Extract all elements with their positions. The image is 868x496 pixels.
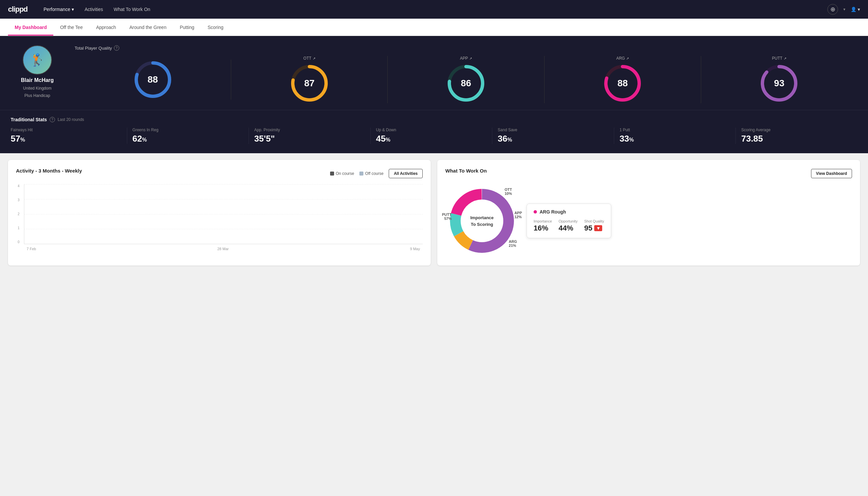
nav-performance[interactable]: Performance ▾ <box>44 7 74 12</box>
legend-off-course: Off course <box>359 171 383 176</box>
stat-1-putt: 1 Putt 33% <box>614 128 736 144</box>
quality-ott-circle: 87 <box>289 63 329 103</box>
stat-scoring-average: Scoring Average 73.85 <box>736 128 857 144</box>
activity-card: Activity - 3 Months - Weekly On course O… <box>8 160 431 265</box>
player-name: Blair McHarg <box>21 77 54 83</box>
activity-title: Activity - 3 Months - Weekly <box>16 168 82 173</box>
tab-navigation: My Dashboard Off the Tee Approach Around… <box>0 19 868 36</box>
x-label-mar: 28 Mar <box>217 247 228 251</box>
stats-header: Traditional Stats ? Last 20 rounds <box>11 117 857 122</box>
stat-up-down: Up & Down 45% <box>371 128 493 144</box>
info-card-metrics: Importance 16% Opportunity 44% Shot Qual… <box>534 219 604 233</box>
x-label-feb: 7 Feb <box>27 247 36 251</box>
down-badge: ▼ <box>594 225 602 231</box>
info-card-title: ARG Rough <box>534 209 604 215</box>
hero-section: 🏌️ Blair McHarg United Kingdom Plus Hand… <box>0 36 868 110</box>
quality-app-value: 86 <box>461 78 471 89</box>
what-to-work-card: What To Work On View Dashboard Importanc… <box>437 160 860 265</box>
activity-card-header: Activity - 3 Months - Weekly On course O… <box>16 168 423 179</box>
info-card-dot <box>534 210 537 214</box>
y-label-3: 3 <box>18 198 20 202</box>
add-button[interactable]: ⊕ <box>827 4 838 15</box>
user-icon: 👤 <box>851 7 856 12</box>
quality-main-value: 88 <box>147 74 158 85</box>
player-handicap: Plus Handicap <box>24 93 50 98</box>
bottom-section: Activity - 3 Months - Weekly On course O… <box>0 153 868 272</box>
quality-ott-value: 87 <box>304 78 314 89</box>
chart-legend: On course Off course <box>330 171 384 176</box>
bars-container <box>24 184 423 244</box>
nav-links: Performance ▾ Activities What To Work On <box>44 7 150 12</box>
tab-putting[interactable]: Putting <box>173 19 201 36</box>
tab-my-dashboard[interactable]: My Dashboard <box>8 19 53 36</box>
x-labels: 7 Feb 28 Mar 9 May <box>24 246 423 251</box>
quality-app: APP ↗ 86 <box>388 56 544 103</box>
tab-off-the-tee[interactable]: Off the Tee <box>53 19 89 36</box>
tab-around-the-green[interactable]: Around the Green <box>123 19 173 36</box>
tab-scoring[interactable]: Scoring <box>201 19 230 36</box>
quality-putt-value: 93 <box>774 78 784 89</box>
y-label-1: 1 <box>18 226 20 230</box>
metric-shot-quality: Shot Quality 95 ▼ <box>584 219 604 233</box>
stats-help-icon[interactable]: ? <box>50 117 55 122</box>
help-icon[interactable]: ? <box>114 45 119 51</box>
stat-greens-in-reg: Greens In Reg 62% <box>127 128 249 144</box>
donut-label-app: APP 12% <box>514 211 522 219</box>
quality-title: Total Player Quality ? <box>75 45 857 51</box>
stats-grid: Fairways Hit 57% Greens In Reg 62% App. … <box>11 128 857 144</box>
donut-section: Importance To Scoring OTT 10% APP 12% AR… <box>445 184 852 258</box>
tab-approach[interactable]: Approach <box>89 19 123 36</box>
user-menu[interactable]: 👤 ▾ <box>851 7 860 12</box>
legend-on-course: On course <box>330 171 354 176</box>
stat-fairways-hit: Fairways Hit 57% <box>11 128 127 144</box>
quality-app-circle: 86 <box>446 63 486 103</box>
metric-opportunity: Opportunity 44% <box>558 219 578 233</box>
view-dashboard-button[interactable]: View Dashboard <box>811 169 852 178</box>
donut-label-putt: PUTT 57% <box>442 213 452 220</box>
quality-circles: 88 OTT ↗ 87 <box>75 56 857 103</box>
quality-arg-circle: 88 <box>602 63 643 103</box>
nav-activities[interactable]: Activities <box>84 7 103 12</box>
stats-row: Traditional Stats ? Last 20 rounds Fairw… <box>0 110 868 153</box>
player-country: United Kingdom <box>23 86 51 91</box>
donut-wrapper: Importance To Scoring OTT 10% APP 12% AR… <box>445 184 519 258</box>
nav-right: ⊕ ▾ 👤 ▾ <box>827 4 860 15</box>
what-to-work-header: What To Work On View Dashboard <box>445 168 852 179</box>
quality-ott: OTT ↗ 87 <box>231 56 388 103</box>
off-course-dot <box>359 172 363 175</box>
metric-importance: Importance 16% <box>534 219 552 233</box>
top-navigation: clippd Performance ▾ Activities What To … <box>0 0 868 19</box>
donut-center: Importance To Scoring <box>470 215 494 228</box>
info-card: ARG Rough Importance 16% Opportunity 44%… <box>526 203 611 238</box>
all-activities-button[interactable]: All Activities <box>389 169 423 178</box>
stat-app-proximity: App. Proximity 35'5" <box>249 128 371 144</box>
quality-section: Total Player Quality ? 88 <box>75 45 857 103</box>
player-info: 🏌️ Blair McHarg United Kingdom Plus Hand… <box>11 45 64 98</box>
x-label-may: 9 May <box>410 247 420 251</box>
y-label-0: 0 <box>18 240 20 244</box>
donut-label-arg: ARG 21% <box>509 239 517 248</box>
quality-arg: ARG ↗ 88 <box>545 56 701 103</box>
what-to-work-title: What To Work On <box>445 168 487 173</box>
donut-label-ott: OTT 10% <box>505 188 512 196</box>
avatar: 🏌️ <box>23 45 52 75</box>
y-label-2: 2 <box>18 212 20 216</box>
y-label-4: 4 <box>18 184 20 188</box>
app-logo: clippd <box>8 5 28 14</box>
nav-what-to-work-on[interactable]: What To Work On <box>114 7 150 12</box>
quality-putt-circle: 93 <box>759 63 799 103</box>
on-course-dot <box>330 172 334 175</box>
quality-main-circle: 88 <box>133 60 173 99</box>
quality-arg-value: 88 <box>617 78 628 89</box>
quality-main: 88 <box>75 60 231 99</box>
stat-sand-save: Sand Save 36% <box>492 128 614 144</box>
quality-putt: PUTT ↗ 93 <box>701 56 857 103</box>
stats-period: Last 20 rounds <box>58 117 84 122</box>
stats-title: Traditional Stats <box>11 117 47 122</box>
